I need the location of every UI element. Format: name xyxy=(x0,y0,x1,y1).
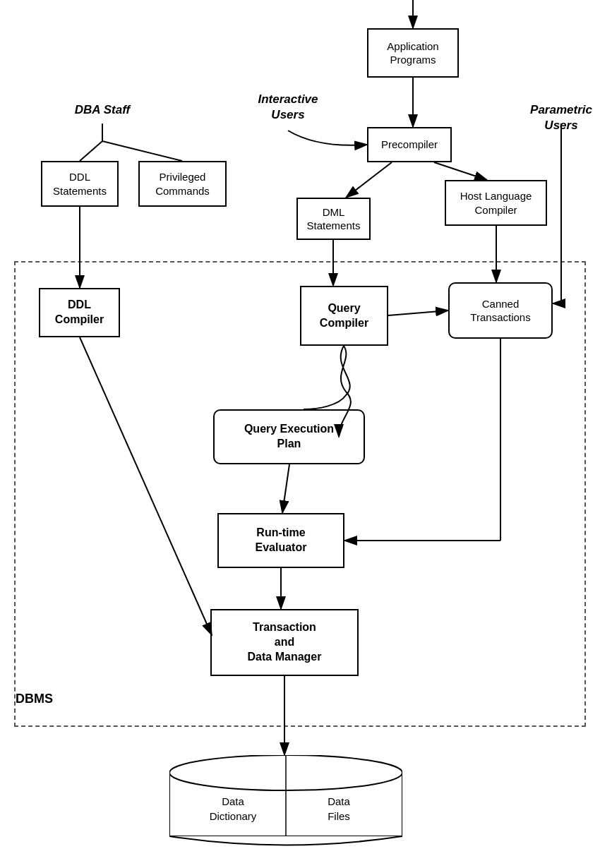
database-cylinder: DataDictionary DataFiles xyxy=(169,755,402,847)
ddl-compiler-box: DDLCompiler xyxy=(39,288,120,337)
svg-line-3 xyxy=(102,141,182,161)
host-lang-compiler-box: Host LanguageCompiler xyxy=(445,180,547,226)
runtime-evaluator-box: Run-timeEvaluator xyxy=(217,513,344,568)
transaction-manager-box: TransactionandData Manager xyxy=(210,609,359,676)
dml-statements-box: DMLStatements xyxy=(296,198,371,240)
svg-line-7 xyxy=(346,162,392,198)
dbms-label: DBMS xyxy=(16,692,53,706)
query-exec-plan-box: Query ExecutionPlan xyxy=(213,409,365,464)
interactive-users-label: InteractiveUsers xyxy=(246,92,330,123)
privileged-commands-box: PrivilegedCommands xyxy=(138,161,227,207)
diagram-container: DBMS DBA Staff InteractiveUsers Parame­t… xyxy=(0,0,600,868)
app-programs-box: ApplicationPrograms xyxy=(367,28,459,78)
canned-transactions-box: CannedTransactions xyxy=(448,282,553,339)
query-compiler-box: QueryCompiler xyxy=(300,286,388,346)
svg-line-2 xyxy=(80,141,102,161)
parameter-users-label: Parame­tricUsers xyxy=(526,102,596,133)
ddl-statements-box: DDLStatements xyxy=(41,161,119,207)
precompiler-box: Precompiler xyxy=(367,127,452,162)
dba-staff-label: DBA Staff xyxy=(64,102,141,118)
svg-line-8 xyxy=(434,162,487,180)
